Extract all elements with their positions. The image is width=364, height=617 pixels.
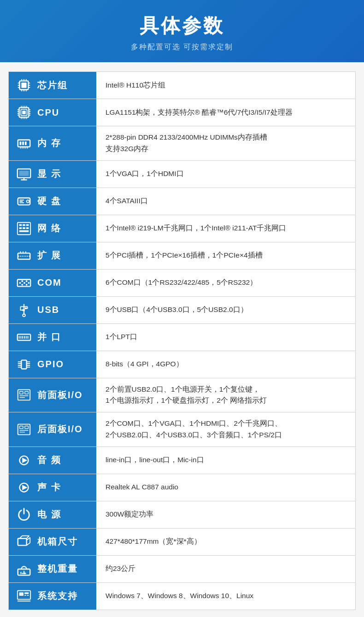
spec-value-soundcard: Realtek AL C887 audio — [96, 474, 355, 501]
spec-row-com: COM6个COM口（1个RS232/422/485，5个RS232） — [9, 270, 355, 297]
svg-rect-16 — [22, 111, 26, 114]
page-title: 具体参数 — [9, 13, 355, 39]
spec-row-dimensions: 机箱尺寸427*480*177mm（宽*深*高） — [9, 529, 355, 556]
spec-label-text-os: 系统支持 — [37, 590, 78, 602]
spec-value-reario: 2个COM口、1个VGA口、1个HDMI口、2个千兆网口、2个USB2.0口、4… — [96, 412, 355, 447]
spec-label-memory: 内 存 — [9, 126, 96, 160]
spec-label-text-gpio: GPIO — [37, 359, 64, 370]
spec-label-hdd: 硬 盘 — [9, 188, 96, 215]
spec-row-audio: 音 频line-in口，line-out口，Mic-in口 — [9, 447, 355, 474]
svg-rect-93 — [25, 392, 29, 394]
spec-label-com: COM — [9, 270, 96, 296]
spec-value-gpio: 8-bits（4 GPI，4GPO） — [96, 351, 355, 378]
svg-rect-34 — [20, 141, 22, 145]
svg-rect-54 — [26, 224, 29, 226]
spec-row-power: 电 源300W额定功率 — [9, 501, 355, 529]
hdd-icon — [15, 193, 33, 210]
svg-rect-73 — [25, 307, 27, 309]
spec-value-power: 300W额定功率 — [96, 501, 355, 528]
spec-label-soundcard: 声 卡 — [9, 474, 96, 501]
spec-value-audio: line-in口，line-out口，Mic-in口 — [96, 447, 355, 474]
spec-label-chipset: 芯片组 — [9, 72, 96, 99]
power-icon — [15, 506, 33, 523]
svg-rect-56 — [23, 227, 25, 229]
spec-value-display: 1个VGA口，1个HDMI口 — [96, 161, 355, 188]
spec-label-os: 系统支持 — [9, 583, 96, 610]
spec-label-text-frontio: 前面板I/O — [37, 389, 83, 401]
spec-value-os: Windows 7、Windows 8、Windows 10、Linux — [96, 583, 355, 610]
memory-icon — [15, 135, 33, 152]
spec-row-weight: KG整机重量约23公斤 — [9, 556, 355, 583]
svg-rect-82 — [21, 360, 26, 369]
os-icon — [15, 588, 33, 605]
spec-value-parallel: 1个LPT口 — [96, 324, 355, 351]
audio-icon — [15, 452, 33, 469]
svg-rect-97 — [20, 426, 23, 429]
weight-icon: KG — [15, 560, 33, 578]
spec-row-os: 系统支持Windows 7、Windows 8、Windows 10、Linux — [9, 583, 355, 610]
reario-icon — [15, 421, 33, 438]
spec-label-text-cpu: CPU — [37, 107, 59, 118]
svg-rect-105 — [18, 538, 27, 545]
dimensions-icon — [15, 533, 33, 551]
spec-label-text-com: COM — [37, 277, 62, 288]
page-wrapper: 具体参数 多种配置可选 可按需求定制 芯片组Intel® H110芯片组CPUL… — [0, 0, 364, 610]
spec-label-text-power: 电 源 — [37, 508, 61, 521]
parallel-icon — [15, 329, 33, 346]
spec-row-soundcard: 声 卡Realtek AL C887 audio — [9, 474, 355, 501]
spec-value-expansion: 5个PCI插槽，1个PCIe×16插槽，1个PCIe×4插槽 — [96, 242, 355, 269]
expansion-icon — [15, 247, 33, 264]
svg-point-65 — [19, 282, 21, 284]
spec-value-cpu: LGA1151构架，支持英特尔® 酷睿™6代/7代I3/I5/I7处理器 — [96, 99, 355, 126]
svg-point-69 — [26, 280, 28, 282]
svg-rect-1 — [21, 82, 26, 88]
spec-value-usb: 9个USB口（4个USB3.0口，5个USB2.0口） — [96, 297, 355, 323]
spec-value-hdd: 4个SATAIII口 — [96, 188, 355, 215]
spec-row-hdd: 硬 盘4个SATAIII口 — [9, 188, 355, 215]
spec-value-chipset: Intel® H110芯片组 — [96, 72, 355, 99]
svg-point-70 — [26, 283, 28, 285]
spec-label-text-audio: 音 频 — [37, 454, 61, 466]
spec-label-gpio: GPIO — [9, 351, 96, 378]
svg-rect-118 — [24, 592, 29, 594]
svg-rect-52 — [19, 224, 22, 226]
spec-row-usb: USB9个USB口（4个USB3.0口，5个USB2.0口） — [9, 297, 355, 324]
spec-value-dimensions: 427*480*177mm（宽*深*高） — [96, 529, 355, 555]
spec-label-power: 电 源 — [9, 501, 96, 528]
svg-text:KG: KG — [20, 571, 27, 575]
svg-rect-57 — [26, 227, 29, 229]
spec-label-cpu: CPU — [9, 99, 96, 126]
spec-row-display: 显 示1个VGA口，1个HDMI口 — [9, 161, 355, 188]
spec-value-weight: 约23公斤 — [96, 556, 355, 582]
spec-label-dimensions: 机箱尺寸 — [9, 529, 96, 555]
svg-rect-59 — [18, 253, 30, 259]
com-icon — [15, 274, 33, 292]
svg-point-67 — [21, 283, 23, 285]
svg-marker-102 — [22, 458, 27, 463]
svg-point-47 — [27, 200, 29, 203]
spec-label-network: 网 络 — [9, 215, 96, 242]
svg-point-74 — [23, 314, 25, 317]
spec-value-memory: 2*288-pin DDR4 2133/2400MHz UDIMMs内存插槽支持… — [96, 126, 355, 160]
svg-rect-98 — [25, 426, 29, 429]
spec-label-text-dimensions: 机箱尺寸 — [37, 535, 78, 548]
usb-icon — [15, 301, 33, 319]
svg-point-66 — [21, 280, 23, 282]
svg-rect-36 — [25, 141, 27, 145]
spec-label-text-chipset: 芯片组 — [37, 79, 68, 92]
spec-table: 芯片组Intel® H110芯片组CPULGA1151构架，支持英特尔® 酷睿™… — [8, 71, 356, 610]
spec-value-network: 1个Intel® i219-LM千兆网口，1个Intel® i211-AT千兆网… — [96, 215, 355, 242]
spec-row-network: 网 络1个Intel® i219-LM千兆网口，1个Intel® i211-AT… — [9, 215, 355, 242]
spec-row-chipset: 芯片组Intel® H110芯片组 — [9, 72, 355, 99]
spec-label-weight: KG整机重量 — [9, 556, 96, 582]
spec-label-parallel: 并 口 — [9, 324, 96, 351]
svg-marker-104 — [22, 485, 27, 490]
spec-row-parallel: 并 口1个LPT口 — [9, 324, 355, 351]
svg-point-71 — [28, 282, 30, 284]
gpio-icon — [15, 356, 33, 373]
spec-label-audio: 音 频 — [9, 447, 96, 474]
svg-rect-45 — [19, 170, 29, 176]
spec-row-reario: 后面板I/O2个COM口、1个VGA口、1个HDMI口、2个千兆网口、2个USB… — [9, 412, 355, 447]
cpu-icon — [15, 104, 33, 121]
spec-value-frontio: 2个前置USB2.0口、1个电源开关，1个复位键，1个电源指示灯，1个硬盘指示灯… — [96, 378, 355, 412]
